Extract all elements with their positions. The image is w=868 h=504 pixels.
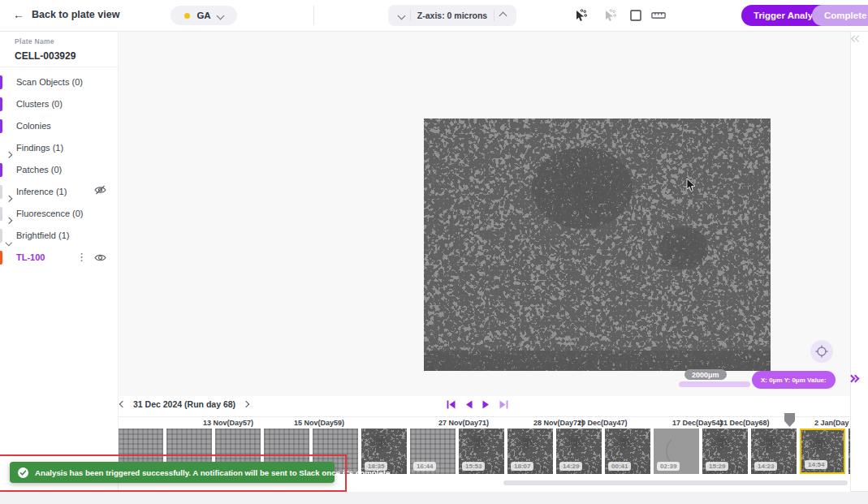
divider <box>410 10 411 21</box>
next-day-icon[interactable] <box>243 401 249 407</box>
toast-message: Analysis has been triggered successfully… <box>35 468 392 477</box>
run-day-label: 31 Dec 2024 (Run day 68) <box>133 399 235 409</box>
sidebar-item-inference[interactable]: Inference (1) <box>0 181 118 203</box>
eye-icon[interactable] <box>94 253 106 262</box>
eye-off-icon[interactable] <box>94 185 106 195</box>
chevron-right-icon[interactable] <box>6 145 11 160</box>
sidebar-item-findings[interactable]: Findings (1) <box>0 137 118 159</box>
plate-name-value: CELL-003929 <box>15 50 76 62</box>
plate-name-label: Plate Name <box>15 37 54 45</box>
recenter-crosshair-button[interactable] <box>810 340 833 363</box>
timeline-thumbnail[interactable]: 18:07 <box>507 429 553 474</box>
layer-accent-bar <box>0 207 2 221</box>
cursor-coordinates-badge: X: 0μm Y: 0μm Value: <box>752 371 836 389</box>
image-viewer-canvas[interactable] <box>119 31 850 396</box>
z-axis-label: Z-axis: 0 microns <box>417 11 487 20</box>
kebab-menu-icon[interactable]: ⋮ <box>76 251 87 264</box>
chevron-down-icon <box>216 11 224 19</box>
sidebar-item-clusters[interactable]: Clusters (0) <box>0 93 118 115</box>
sidebar-item-label: Patches (0) <box>16 165 62 174</box>
thumbnail-texture <box>849 429 850 474</box>
channel-status-dot-icon <box>184 13 190 19</box>
divider <box>494 10 494 21</box>
polygon-select-tool-icon[interactable] <box>573 8 588 23</box>
back-label: Back to plate view <box>32 9 119 20</box>
chevron-right-icon[interactable] <box>6 189 11 204</box>
sidebar-item-brightfield[interactable]: Brightfield (1) <box>0 225 118 247</box>
layer-accent-bar <box>0 185 2 199</box>
skip-first-icon[interactable] <box>447 400 456 409</box>
sidebar-item-label: Colonies <box>16 121 51 131</box>
sidebar-item-patches[interactable]: Patches (0) <box>0 159 118 181</box>
timeline-date-label: 28 Nov(Day72) <box>533 419 584 427</box>
sidebar-item-colonies[interactable]: Colonies <box>0 115 118 137</box>
channel-select-dropdown[interactable]: GA <box>171 6 237 25</box>
z-axis-stepper[interactable]: Z-axis: 0 microns <box>388 5 516 26</box>
timeline-date-label: 27 Nov(Day71) <box>438 419 489 427</box>
thumbnail-time-chip: 14:54 <box>805 460 827 469</box>
previous-frame-icon[interactable] <box>465 400 473 409</box>
sidebar-item-tl-100[interactable]: TL-100⋮ <box>0 247 118 269</box>
timeline-date-label: 13 Nov(Day57) <box>203 419 253 427</box>
thumbnail-time-chip: 15:29 <box>706 462 728 471</box>
thumbnail-time-chip: 15:53 <box>462 462 485 471</box>
scale-bar <box>679 381 750 387</box>
thumbnail-time-chip: 00:41 <box>608 462 631 471</box>
timeline-thumbnail[interactable]: 16:44 <box>410 429 456 474</box>
timeline-thumbnail[interactable]: 15:53 <box>459 429 504 474</box>
sidebar-item-label: Findings (1) <box>16 143 63 153</box>
sidebar-item-label: TL-100 <box>16 252 45 262</box>
chevron-right-icon[interactable] <box>6 211 11 226</box>
layer-accent-bar <box>0 163 2 177</box>
sidebar-item-scan-objects[interactable]: Scan Objects (0) <box>0 71 118 93</box>
thumbnail-time-chip: 14:29 <box>559 462 582 471</box>
chevron-down-icon[interactable] <box>6 233 11 248</box>
channel-label: GA <box>196 11 210 20</box>
timeline-thumbnail[interactable]: 15:29 <box>702 429 748 474</box>
back-to-plate-view-button[interactable]: ← Back to plate view <box>13 9 119 20</box>
timeline-thumbnail[interactable]: 12:58 <box>849 429 850 474</box>
complete-button[interactable]: Complete <box>812 5 868 26</box>
sidebar-item-label: Fluorescence (0) <box>16 209 84 218</box>
collapse-panel-icon[interactable] <box>853 37 860 41</box>
run-day-navigator: 31 Dec 2024 (Run day 68) <box>120 399 248 409</box>
right-panel-divider <box>850 31 851 491</box>
brightfield-microscopy-image[interactable] <box>424 118 771 371</box>
previous-day-icon[interactable] <box>119 401 126 407</box>
timeline-date-label: 17 Dec(Day54) <box>672 419 723 427</box>
thumbnail-time-chip: 18:07 <box>511 462 533 471</box>
timeline-thumbnail-selected[interactable]: 14:54 <box>800 429 845 474</box>
playback-controls <box>447 400 508 409</box>
z-axis-decrease-icon[interactable] <box>398 11 406 19</box>
sidebar-item-label: Scan Objects (0) <box>16 77 83 87</box>
bottom-strip <box>0 491 868 504</box>
sidebar-item-fluorescence[interactable]: Fluorescence (0) <box>0 203 118 225</box>
layer-accent-bar <box>0 119 2 133</box>
layer-accent-bar <box>0 229 2 243</box>
timeline-scrollbar[interactable] <box>503 480 848 485</box>
timeline-thumbnail[interactable]: 14:29 <box>556 429 602 474</box>
layers-sidebar: Plate Name CELL-003929 Scan Objects (0)C… <box>0 31 119 491</box>
ruler-tool-icon[interactable] <box>651 8 666 23</box>
z-axis-increase-icon[interactable] <box>499 11 507 19</box>
expand-panel-icon[interactable] <box>849 374 859 383</box>
sidebar-item-label: Inference (1) <box>16 187 67 196</box>
success-toast: Analysis has been triggered successfully… <box>10 462 335 483</box>
layer-accent-bar <box>0 251 2 265</box>
top-toolbar: ← Back to plate view GA Z-axis: 0 micron… <box>0 0 868 32</box>
scale-badge: 2000μm <box>684 369 727 380</box>
timeline-date-label: 15 Nov(Day59) <box>294 419 344 427</box>
application-window: ← Back to plate view GA Z-axis: 0 micron… <box>0 0 868 504</box>
sidebar-item-label: Brightfield (1) <box>16 230 69 240</box>
toolbar-divider <box>313 6 314 25</box>
timeline-thumbnail[interactable]: 14:23 <box>751 429 797 474</box>
skip-last-icon[interactable] <box>499 400 508 409</box>
check-circle-icon <box>18 467 28 478</box>
timeline-thumbnail[interactable]: 02:39 <box>654 429 699 474</box>
thumbnail-time-chip: 14:23 <box>754 462 777 471</box>
rectangle-select-tool-icon[interactable] <box>628 8 643 23</box>
timeline-date-label: 31 Dec(Day68) <box>719 419 770 427</box>
next-frame-icon[interactable] <box>482 400 490 409</box>
timeline-thumbnail[interactable]: 00:41 <box>605 429 650 474</box>
thumbnail-time-chip: 02:39 <box>657 462 680 471</box>
